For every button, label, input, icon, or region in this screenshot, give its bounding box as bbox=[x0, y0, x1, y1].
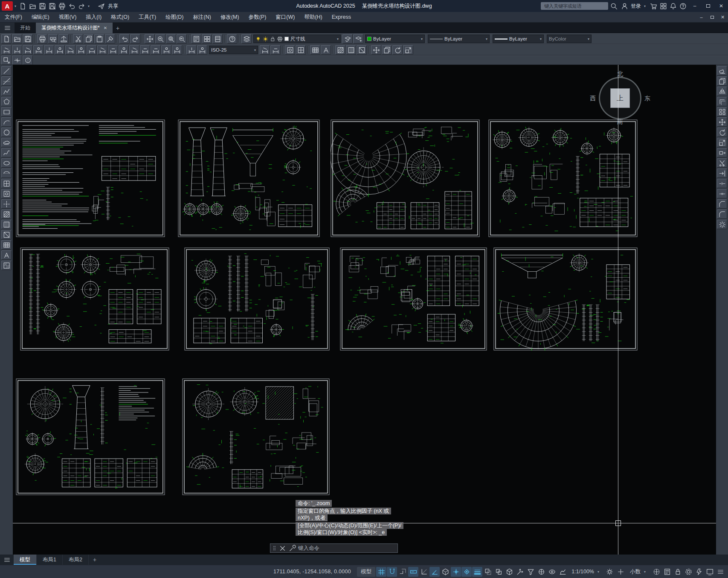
maximize-button[interactable] bbox=[702, 0, 714, 12]
command-close-icon[interactable] bbox=[278, 544, 286, 552]
join-icon[interactable] bbox=[717, 189, 727, 198]
dim-break-icon[interactable] bbox=[129, 45, 139, 55]
dim-style-icon[interactable] bbox=[270, 45, 281, 55]
polygon-icon[interactable] bbox=[1, 97, 12, 106]
dimstyle-dropdown[interactable]: ISO-25▾ bbox=[209, 46, 258, 54]
lineweight-icon[interactable] bbox=[472, 567, 482, 577]
scale-icon[interactable] bbox=[717, 138, 727, 147]
circle-icon[interactable] bbox=[1, 128, 12, 137]
redo-icon[interactable] bbox=[77, 2, 86, 11]
object-snap-tracking-icon[interactable] bbox=[451, 567, 461, 577]
rectangle-icon[interactable] bbox=[1, 107, 12, 116]
compass-west[interactable]: 西 bbox=[590, 95, 596, 102]
dynamic-input-icon[interactable] bbox=[408, 567, 418, 577]
isodraft-icon[interactable] bbox=[440, 567, 450, 577]
point-icon[interactable] bbox=[1, 199, 12, 209]
share-button[interactable]: 共享 bbox=[96, 2, 118, 11]
open-icon[interactable] bbox=[12, 34, 22, 44]
menu-item-12[interactable]: Express bbox=[327, 12, 356, 22]
rotate-icon[interactable] bbox=[717, 128, 727, 137]
array-icon[interactable] bbox=[717, 107, 727, 116]
menu-item-11[interactable]: 帮助(H) bbox=[299, 12, 327, 22]
new-layout-button[interactable]: + bbox=[89, 555, 101, 565]
revision-cloud-icon[interactable] bbox=[1, 138, 12, 147]
cut-icon[interactable] bbox=[73, 34, 83, 44]
close-button[interactable]: ✕ bbox=[715, 0, 727, 12]
menu-item-0[interactable]: 文件(F) bbox=[0, 12, 27, 22]
dim-inspection-icon[interactable] bbox=[161, 45, 171, 55]
annotation-scale-dropdown[interactable]: 1:1/100%▾ bbox=[568, 567, 604, 577]
selection-cycling-icon[interactable] bbox=[493, 567, 504, 577]
zoom-realtime-icon[interactable] bbox=[155, 34, 165, 44]
command-line[interactable]: 键入命令 bbox=[270, 543, 398, 553]
plot-icon[interactable] bbox=[57, 2, 67, 11]
undo-icon[interactable] bbox=[119, 34, 130, 44]
trim-icon[interactable] bbox=[717, 158, 727, 168]
match-properties-icon[interactable] bbox=[105, 34, 115, 44]
polar-tracking-icon[interactable] bbox=[429, 567, 440, 577]
doc-minimize-button[interactable]: – bbox=[696, 12, 707, 22]
construction-line-icon[interactable] bbox=[1, 76, 12, 86]
stretch-icon[interactable] bbox=[717, 148, 727, 157]
extend-icon[interactable] bbox=[717, 168, 727, 178]
copy-icon[interactable] bbox=[382, 45, 392, 55]
tool-palettes-icon[interactable] bbox=[212, 34, 223, 44]
layout-tab-1[interactable]: 布局1 bbox=[37, 555, 63, 565]
dim-space-icon[interactable] bbox=[119, 45, 129, 55]
dim-continue-icon[interactable] bbox=[108, 45, 118, 55]
layout-tab-0[interactable]: 模型 bbox=[14, 555, 37, 565]
save-icon[interactable] bbox=[23, 34, 33, 44]
fillet-icon[interactable] bbox=[717, 209, 727, 219]
dim-center-mark-icon[interactable] bbox=[151, 45, 161, 55]
drawing-canvas[interactable]: 上 北 南 西 东 命令: '_.zoom 指定窗口的角点，输入比例因子 (nX… bbox=[13, 65, 716, 555]
dim-edit-icon[interactable] bbox=[186, 45, 197, 55]
selection-filter-icon[interactable] bbox=[525, 567, 536, 577]
explode-icon[interactable] bbox=[717, 220, 727, 229]
search-input[interactable]: 键入关键字或短语 bbox=[541, 2, 608, 10]
doc-close-button[interactable]: ✕ bbox=[717, 12, 728, 22]
help-icon[interactable] bbox=[678, 2, 687, 11]
menu-item-7[interactable]: 标注(N) bbox=[189, 12, 216, 22]
layer-states-icon[interactable] bbox=[353, 34, 363, 44]
search-icon[interactable] bbox=[609, 2, 619, 11]
model-space-toggle[interactable]: 模型 bbox=[357, 567, 375, 577]
app-menu-caret-icon[interactable]: ▾ bbox=[13, 4, 18, 8]
properties-icon[interactable] bbox=[191, 34, 201, 44]
layout-menu-icon[interactable] bbox=[0, 555, 14, 565]
gradient-icon[interactable] bbox=[1, 220, 12, 229]
zoom-window-icon[interactable] bbox=[166, 34, 176, 44]
offset-icon[interactable] bbox=[717, 97, 727, 106]
dim-text-edit-icon[interactable] bbox=[197, 45, 207, 55]
open-icon[interactable] bbox=[28, 2, 37, 11]
palette-icon[interactable] bbox=[1, 261, 12, 270]
3d-object-snap-icon[interactable] bbox=[504, 567, 514, 577]
multiline-text-icon[interactable] bbox=[1, 250, 12, 260]
qat-customize-caret-icon[interactable]: ▾ bbox=[86, 4, 91, 8]
zoom-previous-icon[interactable] bbox=[177, 34, 187, 44]
ellipse-arc-icon[interactable] bbox=[1, 168, 12, 178]
isolate-objects-icon[interactable] bbox=[683, 567, 693, 577]
polyline-icon[interactable] bbox=[1, 87, 12, 96]
multiline-text-icon[interactable] bbox=[321, 45, 331, 55]
insert-block-icon[interactable] bbox=[1, 179, 12, 188]
dim-angular-icon[interactable] bbox=[76, 45, 86, 55]
publish-icon[interactable] bbox=[58, 34, 69, 44]
dim-update-icon[interactable] bbox=[260, 45, 270, 55]
table-icon[interactable] bbox=[1, 240, 12, 250]
plot-icon[interactable] bbox=[37, 34, 47, 44]
make-block-icon[interactable] bbox=[1, 189, 12, 198]
line-icon[interactable] bbox=[1, 66, 12, 76]
layout-tab-2[interactable]: 布局2 bbox=[63, 555, 89, 565]
gradient-icon[interactable] bbox=[346, 45, 356, 55]
dim-aligned-icon[interactable] bbox=[12, 45, 22, 55]
workspace-gear-icon[interactable] bbox=[605, 567, 615, 577]
hardware-acceleration-icon[interactable] bbox=[694, 567, 704, 577]
autoscale-icon[interactable] bbox=[557, 567, 568, 577]
menu-item-9[interactable]: 参数(P) bbox=[244, 12, 271, 22]
object-snap-icon[interactable] bbox=[461, 567, 472, 577]
customize-icon[interactable] bbox=[715, 567, 725, 577]
gizmo-icon[interactable] bbox=[536, 567, 546, 577]
menu-item-2[interactable]: 视图(V) bbox=[54, 12, 81, 22]
region-icon[interactable] bbox=[1, 230, 12, 239]
view-cube[interactable]: 上 北 南 西 东 bbox=[593, 71, 647, 125]
